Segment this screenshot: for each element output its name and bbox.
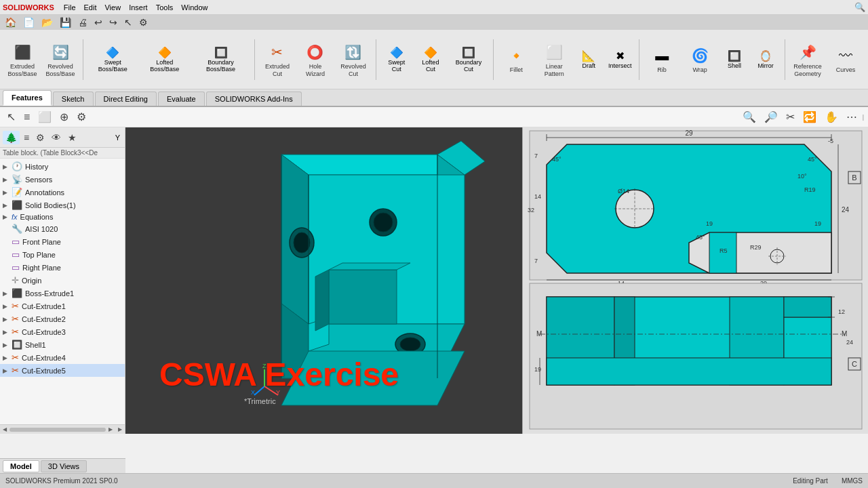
box-icon[interactable]: ⬜	[35, 109, 54, 125]
tree-cut-extrude2[interactable]: ▶ ✂ Cut-Extrude2	[0, 312, 125, 325]
fillet-button[interactable]: 🔸 Fillet	[499, 43, 533, 75]
clip-icon[interactable]: ✂	[783, 109, 797, 125]
curves-button[interactable]: 〰 Curves	[829, 43, 863, 75]
menu-insert[interactable]: Insert	[125, 2, 152, 13]
tree-history[interactable]: ▶ 🕐 History	[0, 160, 125, 173]
lofted-cut-button[interactable]: 🔶 Lofted Cut	[416, 45, 446, 74]
tree-boss-extrude1[interactable]: ▶ ⬛ Boss-Extrude1	[0, 287, 125, 300]
search-icon[interactable]: 🔍	[854, 2, 865, 12]
divider-6	[785, 39, 785, 80]
revolved-boss-button[interactable]: 🔄 RevolvedBoss/Base	[43, 40, 77, 79]
svg-marker-17	[329, 263, 410, 270]
front-plane-icon: ▭	[12, 237, 20, 247]
undo-icon[interactable]: ↩	[92, 16, 104, 28]
boundary-boss-button[interactable]: 🔲 Boundary Boss/Base	[193, 45, 249, 74]
target-icon[interactable]: ⊕	[57, 109, 71, 125]
display-icon[interactable]: 👁	[49, 131, 64, 144]
tree-cut-extrude1[interactable]: ▶ ✂ Cut-Extrude1	[0, 300, 125, 312]
menu-view[interactable]: View	[100, 2, 125, 13]
custom-icon[interactable]: ★	[65, 131, 79, 144]
list-icon[interactable]: ≡	[21, 110, 33, 125]
extruded-cut-button[interactable]: ✂ ExtrudedCut	[260, 40, 294, 79]
new-icon[interactable]: 📄	[21, 16, 37, 28]
intersect-button[interactable]: ✖ Intersect	[606, 48, 633, 70]
select-icon[interactable]: ↖	[122, 16, 134, 28]
reference-geometry-button[interactable]: 📌 ReferenceGeometry	[791, 40, 825, 79]
tab-3d-views[interactable]: 3D Views	[41, 460, 87, 472]
more-icon[interactable]: ⋯	[844, 109, 860, 125]
zoom-icon[interactable]: 🔎	[762, 109, 781, 125]
tree-sensors[interactable]: ▶ 📡 Sensors	[0, 173, 125, 186]
tab-direct-editing[interactable]: Direct Editing	[95, 92, 157, 106]
open-icon[interactable]: 📂	[39, 16, 55, 28]
tree-solid-bodies[interactable]: ▶ ⬛ Solid Bodies(1)	[0, 199, 125, 211]
history-label: History	[25, 163, 48, 171]
lofted-boss-button[interactable]: 🔶 Lofted Boss/Base	[141, 45, 189, 74]
svg-text:45°: 45°	[552, 156, 561, 163]
draft-button[interactable]: 📐 Draft	[575, 48, 602, 70]
options-icon[interactable]: ⚙	[137, 16, 150, 28]
hole-wizard-button[interactable]: ⭕ HoleWizard	[298, 40, 332, 79]
tree-right-plane[interactable]: ▭ Right Plane	[0, 261, 125, 274]
settings-icon[interactable]: ⚙	[74, 109, 89, 125]
tree-front-plane[interactable]: ▭ Front Plane	[0, 235, 125, 248]
viewport[interactable]: X Y Z CSWA Exercise *Trimetric	[125, 127, 522, 434]
save-icon[interactable]: 💾	[58, 16, 73, 28]
menu-tools[interactable]: Tools	[152, 2, 178, 13]
scroll-right-icon[interactable]: ▶	[106, 426, 115, 432]
tab-sketch[interactable]: Sketch	[53, 92, 94, 106]
print-icon[interactable]: 🖨	[76, 16, 90, 28]
wrap-button[interactable]: 🌀 Wrap	[683, 43, 717, 75]
svg-text:M: M	[536, 330, 542, 338]
tab-features[interactable]: Features	[3, 90, 52, 106]
tree-cut-extrude5[interactable]: ▶ ✂ Cut-Extrude5	[0, 364, 125, 377]
pointer-icon[interactable]: ↖	[4, 109, 18, 125]
rib-label: Rib	[657, 66, 667, 74]
properties-icon[interactable]: ≡	[21, 131, 32, 144]
search-icon[interactable]: 🔍	[740, 109, 759, 125]
tab-model[interactable]: Model	[3, 460, 39, 472]
rotate-icon[interactable]: 🔁	[800, 109, 819, 125]
mirror-button[interactable]: 🪞 Mirror	[752, 48, 779, 70]
scroll-expand-icon[interactable]: ▶	[115, 426, 125, 432]
linear-pattern-button[interactable]: ⬜ LinearPattern	[537, 40, 571, 79]
home-icon[interactable]: 🏠	[3, 16, 18, 28]
svg-text:R5: R5	[719, 247, 728, 254]
tree-shell1[interactable]: ▶ 🔲 Shell1	[0, 338, 125, 351]
menu-window[interactable]: Window	[177, 2, 212, 13]
filter-icon[interactable]: Y	[113, 133, 122, 142]
svg-text:12: 12	[838, 308, 845, 315]
toolbar-top: 🏠 📄 📂 💾 🖨 ↩ ↪ ↖ ⚙	[0, 15, 868, 30]
menu-file[interactable]: File	[60, 2, 80, 13]
move-icon[interactable]: ✋	[822, 109, 841, 125]
tree-origin[interactable]: ✛ Origin	[0, 274, 125, 287]
boundary-cut-icon: 🔲	[462, 46, 475, 59]
tree-top-plane[interactable]: ▭ Top Plane	[0, 248, 125, 261]
divider-2	[254, 39, 255, 80]
swept-cut-button[interactable]: 🔷 Swept Cut	[382, 45, 412, 74]
config-icon[interactable]: ⚙	[33, 131, 47, 144]
menu-edit[interactable]: Edit	[80, 2, 101, 13]
curves-icon: 〰	[835, 45, 856, 66]
sidebar-scroll[interactable]: ◀ ▶ ▶	[0, 424, 125, 434]
revolved-cut-button[interactable]: 🔃 RevolvedCut	[336, 40, 370, 79]
tree-annotations[interactable]: ▶ 📝 Annotations	[0, 186, 125, 199]
shell-button[interactable]: 🔲 Shell	[721, 48, 748, 70]
boundary-cut-button[interactable]: 🔲 Boundary Cut	[450, 45, 488, 74]
tree-cut-extrude4[interactable]: ▶ ✂ Cut-Extrude4	[0, 351, 125, 364]
tree-cut-extrude3[interactable]: ▶ ✂ Cut-Extrude3	[0, 325, 125, 338]
tab-addins[interactable]: SOLIDWORKS Add-Ins	[206, 92, 302, 106]
tree-equations[interactable]: ▶ fx Equations	[0, 211, 125, 222]
tab-evaluate[interactable]: Evaluate	[158, 92, 205, 106]
redo-icon[interactable]: ↪	[107, 16, 119, 28]
tree-material[interactable]: 🔧 AISI 1020	[0, 222, 125, 235]
secondary-toolbar: ↖ ≡ ⬜ ⊕ ⚙ 🔍 🔎 ✂ 🔁 ✋ ⋯ |	[0, 107, 868, 127]
extruded-boss-button[interactable]: ⬛ ExtrudedBoss/Base	[5, 40, 39, 79]
intersect-label: Intersect	[608, 62, 632, 69]
features-tree-icon[interactable]: 🌲	[3, 131, 20, 144]
rib-button[interactable]: ▬ Rib	[645, 43, 679, 75]
scroll-left-icon[interactable]: ◀	[0, 426, 9, 432]
swept-boss-button[interactable]: 🔷 Swept Boss/Base	[89, 45, 137, 74]
right-plane-label: Right Plane	[22, 264, 61, 272]
lofted-boss-label: Lofted Boss/Base	[143, 59, 187, 73]
